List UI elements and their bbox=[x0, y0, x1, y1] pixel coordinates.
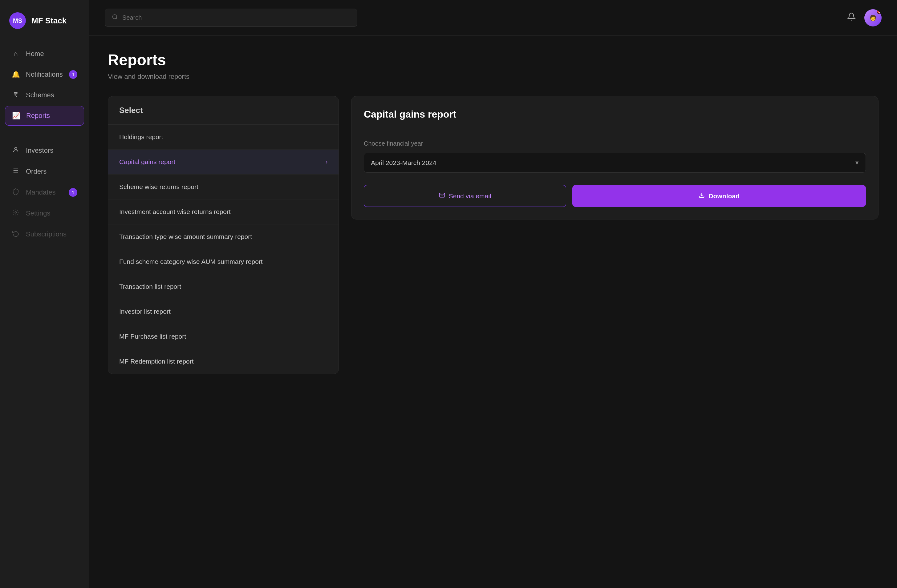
refresh-icon bbox=[12, 230, 20, 238]
sidebar-item-label: Settings bbox=[26, 209, 51, 217]
sidebar-item-notifications[interactable]: 🔔 Notifications 1 bbox=[5, 65, 84, 84]
sidebar-item-label: Notifications bbox=[26, 70, 63, 78]
download-label: Download bbox=[709, 192, 739, 200]
sidebar-item-label: Investors bbox=[26, 147, 53, 154]
action-buttons: Send via email Download bbox=[364, 185, 866, 207]
header-right: 🧑 1 bbox=[847, 9, 882, 26]
sidebar-item-label: Home bbox=[26, 50, 44, 58]
user-avatar[interactable]: 🧑 1 bbox=[864, 9, 882, 26]
logo-avatar: MS bbox=[9, 12, 26, 29]
page-content: Reports View and download reports Select… bbox=[89, 36, 897, 588]
svg-point-5 bbox=[113, 15, 117, 19]
report-item-capital-gains[interactable]: Capital gains report › bbox=[108, 150, 338, 174]
sidebar-item-orders[interactable]: Orders bbox=[5, 162, 84, 181]
svg-line-6 bbox=[116, 18, 117, 19]
sidebar-logo[interactable]: MS MF Stack bbox=[0, 12, 89, 44]
svg-point-0 bbox=[14, 147, 17, 150]
sidebar-item-reports[interactable]: 📈 Reports bbox=[5, 106, 84, 125]
notification-bell-icon[interactable] bbox=[847, 12, 856, 23]
reports-panel: Select Holdings report Capital gains rep… bbox=[108, 96, 339, 374]
header: 🧑 1 bbox=[89, 0, 897, 36]
person-icon bbox=[12, 146, 20, 155]
user-badge: 1 bbox=[877, 9, 882, 14]
report-item-investor-list[interactable]: Investor list report bbox=[108, 299, 338, 324]
bell-icon: 🔔 bbox=[12, 70, 20, 78]
home-icon: ⌂ bbox=[12, 50, 20, 58]
download-icon bbox=[699, 192, 705, 200]
sidebar-item-home[interactable]: ⌂ Home bbox=[5, 44, 84, 63]
main-content: 🧑 1 Reports View and download reports Se… bbox=[89, 0, 897, 588]
content-grid: Select Holdings report Capital gains rep… bbox=[108, 96, 879, 374]
financial-year-dropdown-wrapper: April 2023-March 2024 April 2022-March 2… bbox=[364, 153, 866, 173]
sidebar-item-mandates[interactable]: Mandates 1 bbox=[5, 183, 84, 202]
detail-panel-title: Capital gains report bbox=[364, 108, 866, 129]
report-item-aum-summary[interactable]: Fund scheme category wise AUM summary re… bbox=[108, 249, 338, 274]
email-icon bbox=[439, 192, 445, 200]
financial-year-select[interactable]: April 2023-March 2024 April 2022-March 2… bbox=[364, 153, 866, 173]
search-input[interactable] bbox=[122, 14, 350, 21]
notifications-badge: 1 bbox=[69, 70, 77, 79]
svg-point-4 bbox=[15, 211, 17, 213]
report-item-transaction-summary[interactable]: Transaction type wise amount summary rep… bbox=[108, 225, 338, 249]
gear-icon bbox=[12, 209, 20, 218]
send-email-button[interactable]: Send via email bbox=[364, 185, 566, 207]
reports-panel-header: Select bbox=[108, 96, 338, 125]
download-button[interactable]: Download bbox=[572, 185, 866, 207]
report-item-account-returns[interactable]: Investment account wise returns report bbox=[108, 200, 338, 225]
report-item-holdings[interactable]: Holdings report bbox=[108, 125, 338, 150]
search-icon bbox=[112, 14, 118, 21]
detail-panel: Capital gains report Choose financial ye… bbox=[351, 96, 879, 220]
report-item-mf-redemption[interactable]: MF Redemption list report bbox=[108, 349, 338, 374]
sidebar-item-subscriptions[interactable]: Subscriptions bbox=[5, 225, 84, 244]
page-subtitle: View and download reports bbox=[108, 73, 879, 81]
sidebar-item-label: Schemes bbox=[26, 91, 54, 99]
sidebar-item-schemes[interactable]: ₹ Schemes bbox=[5, 86, 84, 105]
app-name: MF Stack bbox=[31, 16, 67, 26]
financial-year-label: Choose financial year bbox=[364, 140, 866, 147]
sidebar-item-label: Orders bbox=[26, 168, 46, 176]
sidebar: MS MF Stack ⌂ Home 🔔 Notifications 1 ₹ S… bbox=[0, 0, 89, 588]
search-bar[interactable] bbox=[105, 9, 357, 27]
send-email-label: Send via email bbox=[449, 192, 491, 200]
sidebar-item-label: Subscriptions bbox=[26, 230, 67, 238]
sidebar-item-investors[interactable]: Investors bbox=[5, 141, 84, 160]
sidebar-item-label: Reports bbox=[26, 112, 50, 120]
mandates-badge: 1 bbox=[69, 188, 77, 197]
list-icon bbox=[12, 167, 20, 176]
shield-icon bbox=[12, 188, 20, 197]
report-item-scheme-returns[interactable]: Scheme wise returns report bbox=[108, 174, 338, 200]
report-item-mf-purchase[interactable]: MF Purchase list report bbox=[108, 324, 338, 349]
chart-icon: 📈 bbox=[12, 112, 20, 120]
sidebar-item-settings[interactable]: Settings bbox=[5, 203, 84, 223]
page-title: Reports bbox=[108, 51, 879, 69]
nav-items: ⌂ Home 🔔 Notifications 1 ₹ Schemes 📈 Rep… bbox=[0, 44, 89, 244]
sidebar-item-label: Mandates bbox=[26, 188, 56, 196]
rupee-icon: ₹ bbox=[12, 91, 20, 99]
report-item-transaction-list[interactable]: Transaction list report bbox=[108, 274, 338, 299]
nav-divider bbox=[10, 133, 79, 133]
chevron-right-icon: › bbox=[326, 159, 328, 165]
